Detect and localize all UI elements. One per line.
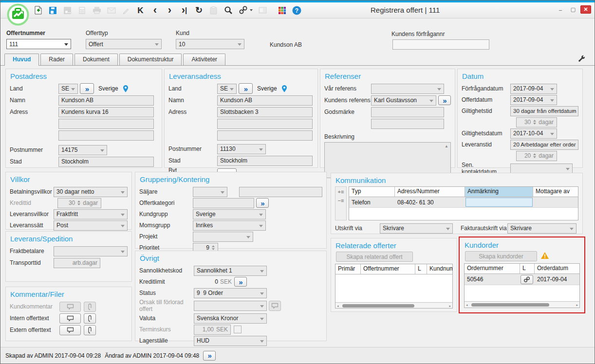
- relaterade-hscrollbar[interactable]: ◂▸: [335, 302, 452, 309]
- tab-huvud[interactable]: Huvud: [4, 54, 39, 66]
- kommunikation-table[interactable]: Typ Adress/Nummer Anmärkning Mottagare a…: [349, 186, 578, 220]
- kreditlimit-label: Kreditlimit: [139, 278, 194, 285]
- kund-combo: 10: [176, 39, 244, 49]
- history-expand-button[interactable]: »: [203, 351, 216, 361]
- tabstrip: Huvud Rader Dokument Dokumentstruktur Ak…: [0, 53, 595, 66]
- relaterade-title: Relaterade offerter: [335, 241, 453, 250]
- col-typ[interactable]: Typ: [349, 187, 395, 197]
- close-icon[interactable]: ✕: [580, 5, 591, 14]
- kommunikation-row[interactable]: Telefon 08-402- 61 30: [349, 197, 578, 208]
- kundens-referens-chevrons-button[interactable]: »: [438, 95, 451, 105]
- scrollbar-thumb[interactable]: [471, 303, 549, 307]
- maximize-icon[interactable]: ▢: [568, 5, 578, 14]
- leveranssatt-label: Leveranssätt: [10, 222, 54, 229]
- app-window: K ‹ › ›| ↻ ? Registrera offert | 111 – ▢…: [0, 0, 595, 364]
- tab-aktiviteter[interactable]: Aktiviteter: [183, 54, 225, 65]
- orsak-forlorad-combo: [194, 301, 267, 311]
- betalningsvillkor-combo: 30 dagar netto: [54, 187, 128, 197]
- giltighetsdatum-combo: 2017-10-04: [510, 128, 557, 139]
- col-l[interactable]: L: [415, 264, 427, 274]
- offertkategori-label: Offertkategori: [139, 200, 193, 206]
- remove-row-icon[interactable]: −≡: [338, 198, 344, 203]
- col-anmarkning[interactable]: Anmärkning: [465, 187, 533, 197]
- kundorder-table[interactable]: Ordernummer L Orderdatum 50546 2017-09-0…: [464, 263, 580, 308]
- tab-dokument[interactable]: Dokument: [74, 54, 118, 65]
- toolbar: K ‹ › ›| ↻ ?: [33, 5, 302, 16]
- leveransadress-land-chevrons-button[interactable]: »: [239, 83, 253, 94]
- intern-offerttext-attachment-icon[interactable]: [84, 313, 96, 324]
- col-primar[interactable]: Primär: [335, 264, 361, 274]
- orsak-forlorad-label: Orsak till förlorad offert: [139, 299, 194, 312]
- forfragannr-label: Kundens förfrågannr: [391, 31, 445, 37]
- map-pin-icon[interactable]: [281, 85, 288, 93]
- section-kundorder: Kundorder Skapa kundorder Ordernummer L …: [460, 238, 584, 312]
- kundgrupp-combo: Sverige: [193, 209, 266, 219]
- section-datum: Datum Förfrågandatum 2017-09-04 Offertda…: [457, 69, 583, 168]
- leveranssatt-combo: Post: [54, 220, 128, 231]
- col-orderdatum[interactable]: Orderdatum: [535, 264, 579, 273]
- settings-wrench-icon[interactable]: [577, 55, 586, 65]
- intern-offerttext-comment-icon[interactable]: [59, 313, 81, 324]
- andrad-av-text: Ändrad av ADMIN 2017-09-04 09:48: [105, 352, 199, 359]
- land-label: Land: [10, 85, 58, 92]
- postadress-land-chevrons-button[interactable]: »: [80, 83, 94, 94]
- new-record-icon[interactable]: [33, 5, 44, 16]
- terminskurs-field: 1,00SEK: [194, 325, 231, 335]
- refresh-icon[interactable]: ↻: [193, 5, 205, 16]
- extern-offerttext-comment-icon[interactable]: [59, 325, 81, 335]
- tab-rader[interactable]: Rader: [40, 54, 73, 65]
- stad-label: Stad: [10, 158, 58, 165]
- add-row-icon[interactable]: +≡: [338, 189, 344, 195]
- offertnummer-combo[interactable]: 111: [6, 39, 71, 49]
- forfragannr-input[interactable]: [392, 39, 489, 50]
- next-record-icon[interactable]: ›: [164, 5, 175, 16]
- anmarkning-cell-selected[interactable]: [465, 198, 533, 207]
- beskrivning-label: Beskrivning: [324, 133, 354, 140]
- section-relaterade-offerter: Relaterade offerter Skapa relaterad offe…: [331, 238, 457, 312]
- offertkategori-chevrons-button[interactable]: »: [256, 198, 269, 208]
- col-offertnummer[interactable]: Offertnummer: [361, 264, 415, 274]
- lagerstalle-label: Lagerställe: [139, 337, 194, 344]
- leveransadress-stad-field: Stockholm: [217, 156, 313, 166]
- sannolikhetskod-label: Sannolikhetskod: [139, 267, 194, 274]
- saljare-combo: [193, 187, 227, 197]
- link-icon[interactable]: [237, 5, 254, 16]
- leveranstid-combo: 20 Arbetdagar efter order: [510, 140, 578, 150]
- utskrift-via-combo: Skrivare: [380, 223, 453, 234]
- window-grid-icon[interactable]: [277, 5, 288, 16]
- col-adress-nummer[interactable]: Adress/Nummer: [395, 187, 465, 197]
- col-l[interactable]: L: [520, 264, 535, 273]
- minimize-icon[interactable]: –: [555, 5, 566, 14]
- extern-offerttext-attachment-icon[interactable]: [84, 325, 96, 335]
- fakturautskrift-via-label: Fakturautskrift via: [461, 225, 507, 232]
- scroll-up-icon[interactable]: ▲: [445, 144, 448, 148]
- forfragandatum-combo: 2017-09-04: [510, 84, 557, 94]
- leveransadress-adress2-field: [217, 119, 313, 129]
- tab-dokumentstruktur[interactable]: Dokumentstruktur: [119, 54, 182, 65]
- col-kundnummer[interactable]: Kundnummer: [427, 264, 452, 274]
- offertdatum-combo: 2017-09-04: [510, 95, 557, 105]
- col-ordernummer[interactable]: Ordernummer: [465, 264, 520, 273]
- kundorder-row[interactable]: 50546 2017-09-04: [465, 274, 579, 285]
- kreditlimit-chevrons-button[interactable]: »: [234, 277, 247, 287]
- momsgrupp-combo: Inrikes: [193, 220, 266, 231]
- section-ovrigt: Övrigt Sannolikhetskod Sannolikhet 1 Kre…: [135, 251, 327, 341]
- col-mottagare-av[interactable]: Mottagare av: [533, 187, 578, 197]
- transporttid-field: arb.dagar: [54, 258, 100, 268]
- map-pin-icon[interactable]: [122, 85, 129, 93]
- relaterade-table[interactable]: Primär Offertnummer L Kundnummer ◂▸: [335, 264, 453, 309]
- namn-label: Namn: [168, 97, 217, 104]
- row-edit-buttons: +≡ −≡: [335, 186, 347, 220]
- intern-offerttext-label: Intern offerttext: [10, 315, 59, 322]
- scrollbar-thumb[interactable]: [342, 304, 414, 308]
- link-dropdown-caret-icon[interactable]: [250, 9, 253, 11]
- last-record-icon[interactable]: ›|: [179, 5, 190, 16]
- previous-record-icon[interactable]: ‹: [149, 5, 161, 16]
- kundorder-hscrollbar[interactable]: ◂▸: [465, 301, 579, 308]
- extern-offerttext-label: Extern offerttext: [10, 327, 59, 333]
- search-icon[interactable]: [223, 5, 234, 16]
- save-icon[interactable]: [47, 5, 58, 16]
- first-record-icon[interactable]: K: [135, 5, 146, 16]
- help-icon[interactable]: ?: [291, 5, 302, 16]
- order-link-icon[interactable]: [521, 275, 533, 284]
